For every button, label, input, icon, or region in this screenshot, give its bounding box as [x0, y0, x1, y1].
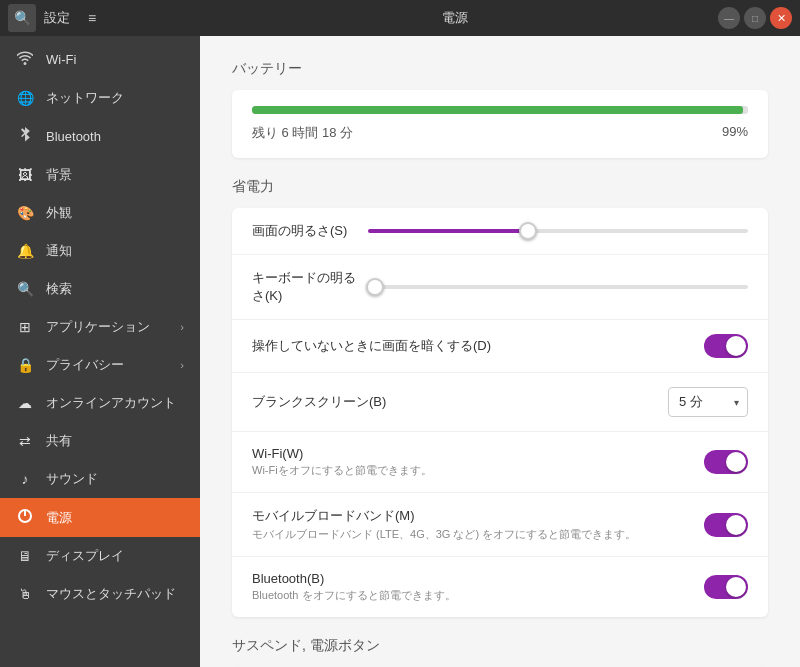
mobile-label: モバイルブロードバンド(M) [252, 507, 704, 525]
sidebar-label-appearance: 外観 [46, 204, 72, 222]
wifi-toggle[interactable] [704, 450, 748, 474]
blank-label: ブランクスクリーン(B) [252, 393, 668, 411]
blank-dropdown-control: 5 分 ▾ [668, 387, 748, 417]
privacy-arrow: › [180, 359, 184, 371]
dim-toggle-control [704, 334, 748, 358]
bluetooth-label-group: Bluetooth(B) Bluetooth をオフにすると節電できます。 [252, 571, 704, 603]
sidebar-item-background[interactable]: 🖼 背景 [0, 156, 200, 194]
power-icon [16, 508, 34, 527]
background-icon: 🖼 [16, 167, 34, 183]
sidebar-label-wifi: Wi-Fi [46, 52, 76, 67]
dim-toggle[interactable] [704, 334, 748, 358]
bluetooth-toggle[interactable] [704, 575, 748, 599]
wifi-row: Wi-Fi(W) Wi-Fiをオフにすると節電できます。 [232, 432, 768, 493]
bluetooth-row: Bluetooth(B) Bluetooth をオフにすると節電できます。 [232, 557, 768, 617]
app-title: 設定 [44, 9, 70, 27]
sidebar-label-power: 電源 [46, 509, 72, 527]
network-icon: 🌐 [16, 90, 34, 106]
bluetooth-label: Bluetooth(B) [252, 571, 704, 586]
sidebar-label-apps: アプリケーション [46, 318, 150, 336]
keyboard-brightness-slider[interactable] [368, 285, 748, 289]
close-button[interactable]: ✕ [770, 7, 792, 29]
mobile-label-group: モバイルブロードバンド(M) モバイルブロードバンド (LTE、4G、3G など… [252, 507, 704, 542]
mobile-row: モバイルブロードバンド(M) モバイルブロードバンド (LTE、4G、3G など… [232, 493, 768, 557]
sidebar-item-apps[interactable]: ⊞ アプリケーション › [0, 308, 200, 346]
bluetooth-sublabel: Bluetooth をオフにすると節電できます。 [252, 588, 704, 603]
appearance-icon: 🎨 [16, 205, 34, 221]
display-icon: 🖥 [16, 548, 34, 564]
brightness-fill [368, 229, 528, 233]
maximize-button[interactable]: □ [744, 7, 766, 29]
sidebar-item-display[interactable]: 🖥 ディスプレイ [0, 537, 200, 575]
wifi-icon [16, 50, 34, 69]
sidebar-item-notifications[interactable]: 🔔 通知 [0, 232, 200, 270]
sidebar-item-share[interactable]: ⇄ 共有 [0, 422, 200, 460]
bluetooth-toggle-control [704, 575, 748, 599]
dim-row: 操作していないときに画面を暗くする(D) [232, 320, 768, 373]
mobile-toggle[interactable] [704, 513, 748, 537]
battery-info: 残り 6 時間 18 分 99% [252, 124, 748, 142]
content-area: バッテリー 残り 6 時間 18 分 99% 省電力 画面の明るさ(S) [200, 36, 800, 667]
sidebar-label-share: 共有 [46, 432, 72, 450]
wifi-label-group: Wi-Fi(W) Wi-Fiをオフにすると節電できます。 [252, 446, 704, 478]
sidebar-label-network: ネットワーク [46, 89, 124, 107]
brightness-slider[interactable] [368, 229, 748, 233]
sidebar-label-background: 背景 [46, 166, 72, 184]
minimize-button[interactable]: — [718, 7, 740, 29]
bluetooth-toggle-knob [726, 577, 746, 597]
privacy-icon: 🔒 [16, 357, 34, 373]
dim-toggle-knob [726, 336, 746, 356]
keyboard-brightness-track [368, 285, 748, 289]
sidebar-item-privacy[interactable]: 🔒 プライバシー › [0, 346, 200, 384]
sidebar-label-notifications: 通知 [46, 242, 72, 260]
blank-value: 5 分 [679, 393, 703, 411]
sidebar-label-sound: サウンド [46, 470, 98, 488]
apps-icon: ⊞ [16, 319, 34, 335]
battery-time: 残り 6 時間 18 分 [252, 124, 353, 142]
sidebar-label-online: オンラインアカウント [46, 394, 176, 412]
sidebar-label-search: 検索 [46, 280, 72, 298]
sidebar-item-power[interactable]: 電源 [0, 498, 200, 537]
mobile-sublabel: モバイルブロードバンド (LTE、4G、3G など) をオフにすると節電できます… [252, 527, 704, 542]
sidebar-item-network[interactable]: 🌐 ネットワーク [0, 79, 200, 117]
power-saving-card: 画面の明るさ(S) キーボードの明るさ(K) [232, 208, 768, 617]
window-title: 電源 [200, 9, 710, 27]
sidebar-label-privacy: プライバシー [46, 356, 124, 374]
battery-bar-fill [252, 106, 743, 114]
sidebar-item-appearance[interactable]: 🎨 外観 [0, 194, 200, 232]
keyboard-brightness-row: キーボードの明るさ(K) [232, 255, 768, 320]
sidebar-item-wifi[interactable]: Wi-Fi [0, 40, 200, 79]
power-saving-title: 省電力 [232, 178, 768, 196]
menu-button[interactable]: ≡ [78, 4, 106, 32]
sidebar-item-sound[interactable]: ♪ サウンド [0, 460, 200, 498]
wifi-sublabel: Wi-Fiをオフにすると節電できます。 [252, 463, 704, 478]
sidebar-label-mouse: マウスとタッチパッド [46, 585, 176, 603]
battery-card: 残り 6 時間 18 分 99% [232, 90, 768, 158]
blank-dropdown[interactable]: 5 分 ▾ [668, 387, 748, 417]
bluetooth-icon [16, 127, 34, 146]
wifi-toggle-control [704, 450, 748, 474]
sidebar-label-display: ディスプレイ [46, 547, 124, 565]
online-icon: ☁ [16, 395, 34, 411]
sidebar-item-mouse[interactable]: 🖱 マウスとタッチパッド [0, 575, 200, 613]
sidebar-label-bluetooth: Bluetooth [46, 129, 101, 144]
suspend-section-title: サスペンド, 電源ボタン [232, 637, 768, 655]
wifi-toggle-knob [726, 452, 746, 472]
mobile-toggle-control [704, 513, 748, 537]
dim-label: 操作していないときに画面を暗くする(D) [252, 337, 704, 355]
share-icon: ⇄ [16, 433, 34, 449]
titlebar: 🔍 設定 ≡ 電源 — □ ✕ [0, 0, 800, 36]
search-icon: 🔍 [16, 281, 34, 297]
sidebar-item-search[interactable]: 🔍 検索 [0, 270, 200, 308]
brightness-track [368, 229, 748, 233]
apps-arrow: › [180, 321, 184, 333]
notifications-icon: 🔔 [16, 243, 34, 259]
brightness-thumb [519, 222, 537, 240]
sidebar-item-online[interactable]: ☁ オンラインアカウント [0, 384, 200, 422]
search-button[interactable]: 🔍 [8, 4, 36, 32]
sidebar-item-bluetooth[interactable]: Bluetooth [0, 117, 200, 156]
battery-section-title: バッテリー [232, 60, 768, 78]
sound-icon: ♪ [16, 471, 34, 487]
keyboard-brightness-thumb [366, 278, 384, 296]
titlebar-left: 🔍 設定 ≡ [0, 4, 200, 32]
